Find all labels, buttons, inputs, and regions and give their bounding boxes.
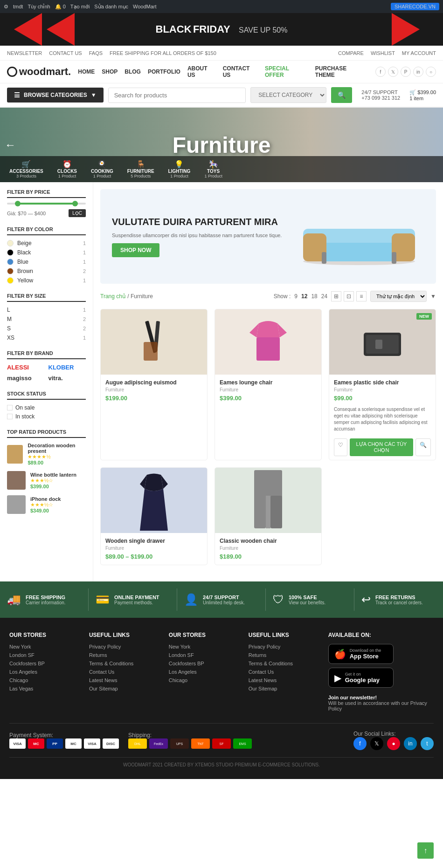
- grid-small-view-icon[interactable]: ⊡: [344, 291, 354, 301]
- hero-cat-clocks[interactable]: ⏰ CLOCKS 1 Product: [57, 160, 77, 178]
- footer-store-los-angeles[interactable]: Los Angeles: [9, 669, 80, 675]
- stock-on-sale-checkbox[interactable]: [7, 405, 13, 410]
- admin-notifications[interactable]: 🔔 0: [55, 4, 66, 10]
- linkedin-icon[interactable]: in: [413, 67, 423, 77]
- twitter-footer-icon[interactable]: 𝕏: [370, 737, 383, 750]
- category-select[interactable]: SELECT CATEGORY: [250, 87, 326, 103]
- footer-latest-news-2[interactable]: Latest News: [249, 677, 319, 683]
- hero-cat-furniture[interactable]: 🪑 FURNITURE 5 Products: [127, 160, 154, 178]
- cart-info[interactable]: 🛒 $399.00 1 item: [409, 89, 436, 101]
- nav-portfolio[interactable]: PORTFOLIO: [148, 68, 180, 75]
- instagram-icon[interactable]: ○: [426, 67, 436, 77]
- show-24[interactable]: 24: [321, 293, 327, 300]
- stock-in-stock[interactable]: In stock: [7, 413, 86, 420]
- pinterest-icon[interactable]: P: [401, 67, 411, 77]
- brand-klober[interactable]: KLOBER: [48, 364, 86, 371]
- footer-store-london[interactable]: London SF: [9, 652, 80, 658]
- google-play-badge[interactable]: ▶ Get it on Google play: [328, 668, 394, 688]
- wishlist-button-2[interactable]: ♡: [334, 438, 347, 456]
- nav-home[interactable]: HOME: [78, 68, 95, 75]
- breadcrumb-home[interactable]: Trang chủ: [100, 293, 126, 300]
- nav-about[interactable]: ABOUT US: [187, 65, 216, 78]
- footer-store2-los-angeles[interactable]: Los Angeles: [169, 669, 239, 675]
- show-12[interactable]: 12: [301, 293, 307, 300]
- admin-woodmart[interactable]: WoodMart: [133, 4, 157, 9]
- footer-store2-london[interactable]: London SF: [169, 652, 239, 658]
- color-beige[interactable]: Beige 1: [7, 240, 86, 246]
- footer-sitemap-1[interactable]: Our Sitemap: [89, 686, 159, 691]
- pinterest-footer-icon[interactable]: ●: [387, 737, 400, 750]
- grid-view-icon[interactable]: ⊞: [331, 291, 341, 301]
- search-button[interactable]: 🔍: [331, 87, 352, 103]
- show-18[interactable]: 18: [311, 293, 317, 300]
- linkedin-footer-icon[interactable]: in: [404, 737, 417, 750]
- price-range-slider[interactable]: [7, 203, 86, 205]
- top-rated-item-2[interactable]: iPhone dock ★★★½☆ $349.00: [7, 495, 86, 514]
- footer-store2-cockfosters[interactable]: Cockfosters BP: [169, 661, 239, 666]
- footer-store-las-vegas[interactable]: Las Vegas: [9, 686, 80, 691]
- footer-store-chicago[interactable]: Chicago: [9, 677, 80, 683]
- filter-apply-button[interactable]: LỌC: [69, 209, 86, 217]
- search-input[interactable]: [108, 88, 246, 103]
- hero-cat-lighting[interactable]: 💡 LIGHTING 1 Product: [168, 160, 191, 178]
- size-xs[interactable]: XS 1: [7, 335, 86, 341]
- top-rated-item-0[interactable]: Decoration wooden present ★★★★½ $89.00: [7, 443, 86, 465]
- footer-store-cockfosters[interactable]: Cockfosters BP: [9, 661, 80, 666]
- footer-contact-2[interactable]: Contact Us: [249, 669, 319, 675]
- shop-now-button[interactable]: SHOP NOW: [112, 243, 159, 257]
- nav-contact[interactable]: CONTACT US: [223, 65, 258, 78]
- browse-categories-button[interactable]: ☰ BROWSE CATEGORIES ▼: [7, 88, 104, 103]
- quick-view-button-2[interactable]: 🔍: [415, 438, 431, 456]
- sort-select[interactable]: Thứ tự mặc định: [370, 291, 427, 302]
- hero-cat-toys[interactable]: 🎠 TOYS 1 Product: [204, 160, 222, 178]
- facebook-icon[interactable]: f: [375, 67, 386, 77]
- size-m[interactable]: M 2: [7, 316, 86, 322]
- brand-magisso[interactable]: magisso: [7, 375, 45, 382]
- show-9[interactable]: 9: [294, 293, 298, 300]
- color-blue[interactable]: Blue 1: [7, 259, 86, 265]
- nav-purchase-theme[interactable]: PURCHASE THEME: [315, 65, 366, 78]
- footer-privacy-1[interactable]: Privacy Policy: [89, 644, 159, 649]
- color-yellow[interactable]: Yellow 1: [7, 277, 86, 284]
- twitter-icon[interactable]: 𝕏: [388, 67, 398, 77]
- size-s[interactable]: S 2: [7, 325, 86, 332]
- admin-tao-moi[interactable]: Tạo mới: [70, 4, 90, 10]
- brand-alessi[interactable]: ALESSI: [7, 364, 45, 371]
- faqs-link[interactable]: FAQS: [89, 50, 103, 56]
- admin-sua-danh-muc[interactable]: Sửa danh mục: [94, 4, 128, 10]
- list-view-icon[interactable]: ≡: [356, 291, 367, 301]
- wishlist-link[interactable]: WISHLIST: [371, 50, 395, 56]
- footer-terms-2[interactable]: Terms & Conditions: [249, 661, 319, 666]
- footer-sitemap-2[interactable]: Our Sitemap: [249, 686, 319, 691]
- app-store-badge[interactable]: 🍎 Download on the App Store: [328, 644, 394, 664]
- hero-prev-arrow[interactable]: ←: [5, 138, 16, 151]
- footer-privacy-2[interactable]: Privacy Policy: [249, 644, 319, 649]
- admin-tmdt[interactable]: tmdt: [13, 4, 23, 9]
- footer-store-new-york[interactable]: New York: [9, 644, 80, 649]
- top-rated-item-1[interactable]: Wine bottle lantern ★★★½☆ $399.00: [7, 471, 86, 490]
- color-brown[interactable]: Brown 2: [7, 268, 86, 274]
- hero-cat-cooking[interactable]: 🍳 COOKING 1 Product: [91, 160, 113, 178]
- nav-blog[interactable]: BLOG: [125, 68, 141, 75]
- telegram-footer-icon[interactable]: t: [421, 737, 434, 750]
- nav-shop[interactable]: SHOP: [102, 68, 118, 75]
- newsletter-link[interactable]: NEWSLETTER: [7, 50, 42, 56]
- footer-terms-1[interactable]: Terms & Conditions: [89, 661, 159, 666]
- footer-latest-news-1[interactable]: Latest News: [89, 677, 159, 683]
- footer-contact-1[interactable]: Contact Us: [89, 669, 159, 675]
- add-to-cart-button-2[interactable]: LỰA CHỌN CÁC TÙY CHỌN: [350, 438, 413, 456]
- contact-us-link-top[interactable]: CONTACT US: [49, 50, 82, 56]
- range-dot-right[interactable]: [72, 201, 78, 206]
- site-logo[interactable]: woodmart.: [7, 66, 71, 78]
- footer-store2-chicago[interactable]: Chicago: [169, 677, 239, 683]
- color-black[interactable]: Black 1: [7, 249, 86, 256]
- hero-cat-accessories[interactable]: 🛒 ACCESSORIES 3 Products: [9, 160, 43, 178]
- stock-in-stock-checkbox[interactable]: [7, 414, 13, 419]
- compare-link[interactable]: COMPARE: [338, 50, 364, 56]
- facebook-footer-icon[interactable]: f: [353, 737, 367, 750]
- footer-returns-2[interactable]: Returns: [249, 652, 319, 658]
- footer-store2-new-york[interactable]: New York: [169, 644, 239, 649]
- my-account-link[interactable]: MY ACCOUNT: [402, 50, 436, 56]
- size-l[interactable]: L 1: [7, 307, 86, 313]
- admin-tuy-chinh[interactable]: Tùy chỉnh: [28, 4, 50, 10]
